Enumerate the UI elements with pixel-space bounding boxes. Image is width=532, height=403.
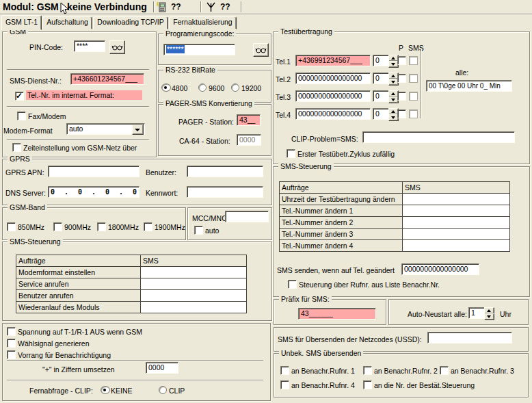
sms-cell[interactable] [141,278,247,290]
dns-octet-2[interactable]: 0 [78,187,82,196]
sms-control-left-table: Aufträge SMS Modemformat einstellen Serv… [16,255,247,313]
tel1-field[interactable]: +436991234567___ [295,55,371,66]
progcode-reveal-button[interactable] [253,43,269,57]
tel2-sms-checkbox[interactable] [409,74,418,83]
dial-tone-checkbox[interactable] [7,339,16,348]
table-row: Tel.-Nummer ändern 2 [280,217,510,229]
modem-format-combo[interactable]: auto [66,123,145,135]
tel3-count-spinner[interactable]: 0 [373,90,397,102]
dns-server-label: DNS Server: [5,189,46,197]
auto-restart-spinner[interactable]: 1 [468,307,493,319]
unknown-sms-cb3[interactable] [440,366,449,375]
combo-dropdown-button[interactable] [132,125,144,135]
sms-send-label: SMS senden, wenn auf Tel. geändert [277,266,395,274]
notify-priority-checkbox[interactable] [7,350,16,359]
band-900-checkbox[interactable] [53,222,62,231]
tel4-sms-checkbox[interactable] [409,109,418,118]
intl-format-checkbox[interactable] [15,92,24,101]
bitrate-label-4800: 4800 [172,84,187,92]
pin-code-field[interactable]: **** [74,40,105,52]
tab-downloading-tcpip[interactable]: Downloading TCP/IP [93,16,168,29]
divider [7,106,149,107]
tel4-count-spinner[interactable]: 0 [373,108,397,120]
spin-down-button[interactable] [484,313,494,320]
control-by-list-label: Steuerung über Rufnr. aus Liste Benachr.… [299,281,440,289]
tel2-field[interactable]: 0000000000000000 [295,73,371,84]
ussd-label: SMS für Übersenden der Netzcodes (USSD): [278,335,422,343]
bitrate-radio-19200[interactable] [231,83,239,92]
tab-aufschaltung[interactable]: Aufschaltung [42,16,92,29]
gprs-apn-field[interactable] [48,166,139,177]
sms-control-right-table: Aufträge SMS Uhrzeit der Testübertragung… [279,181,510,252]
phone-status-value: ?? [171,2,181,12]
pager-station-field[interactable]: 43__ [237,114,261,126]
sms-cell[interactable] [403,229,510,240]
pin-reveal-button[interactable] [109,40,125,54]
tab-gsm-lt1[interactable]: GSM LT-1 [1,15,42,30]
sms-cell[interactable] [141,302,247,313]
bitrate-radio-9600[interactable] [198,83,207,92]
clip-problem-field[interactable] [362,131,515,143]
tel3-field[interactable]: 0000000000000000 [295,90,371,102]
band-1800-checkbox[interactable] [97,222,106,231]
unknown-sms-cb4[interactable] [280,380,289,389]
gprs-password-field[interactable] [187,186,263,198]
tel1-count-spinner[interactable]: 0 [373,55,397,66]
dial-tone-label: Wählsignal generieren [18,339,89,348]
progcode-field[interactable]: ****** [163,44,235,55]
fax-modem-checkbox[interactable] [17,112,26,120]
tel2-count-spinner[interactable]: 0 [373,73,397,84]
unknown-sms-cb5[interactable] [363,380,372,389]
bitrate-radio-4800[interactable] [161,83,171,92]
bitrate-label-19200: 19200 [241,84,261,92]
random-cycle-checkbox[interactable] [287,149,295,158]
app-window: Modul: GSM - keine Verbindung ?? ?? GSM … [0,0,532,403]
sms-cell[interactable] [403,194,510,205]
auto-restart-label: Auto-Neustart alle: [408,310,467,318]
job-cell: Wiederanlauf des Moduls [16,302,141,313]
time-sync-checkbox[interactable] [12,143,21,152]
sms-send-field[interactable]: 0000000000000000 [401,263,479,275]
control-by-list-checkbox[interactable] [288,280,297,289]
plus-digits-field[interactable]: 0000 [146,362,178,374]
sms-cell[interactable] [403,240,510,252]
band-1900-checkbox[interactable] [144,222,152,231]
sms-cell[interactable] [141,290,247,302]
random-cycle-label: Erster Testübetr.Zyklus zufällig [297,150,395,158]
window-title: Modul: GSM - keine Verbindung [3,1,147,12]
tab-fernaktualisierung[interactable]: Fernaktualisierung [169,16,237,29]
ca64-station-field[interactable]: 0000 [237,134,261,146]
sms-cell[interactable] [403,217,510,229]
band-1900-label: 1900MHz [155,223,185,231]
band-850-checkbox[interactable] [7,222,16,231]
unknown-sms-cb2[interactable] [363,366,372,375]
unknown-sms-cb4-label: an Benachr.Rufnr. 4 [291,381,355,389]
tel3-p-checkbox[interactable] [397,92,406,101]
band-900-label: 900MHz [64,223,91,231]
tel3-sms-checkbox[interactable] [409,92,418,101]
tel1-p-checkbox[interactable] [397,56,406,65]
alle-field[interactable]: 00 T\0ge 00 Uhr 0_ Min [426,80,512,92]
ussd-field[interactable] [427,332,512,343]
dns-octet-1[interactable]: 0 [51,187,55,196]
divider [7,69,149,70]
remote-none-radio[interactable] [101,386,110,394]
tel4-field[interactable]: 0000000000000000 [295,108,371,120]
tel2-p-checkbox[interactable] [397,74,406,83]
tel1-sms-checkbox[interactable] [409,56,418,65]
unknown-sms-cb1[interactable] [280,366,289,375]
dns-server-field[interactable]: 0. 0. 0. 0 [48,186,139,198]
sms-service-field[interactable]: +436601234567___ [70,73,144,85]
sms-cell[interactable] [141,267,247,278]
mcc-auto-checkbox[interactable] [194,226,203,235]
mcc-mnc-field[interactable] [225,211,269,222]
voltage-off-checkbox[interactable] [7,327,16,336]
remote-clip-radio[interactable] [159,386,167,394]
sms-prefix-field[interactable]: 43______ [298,308,376,320]
dns-octet-3[interactable]: 0 [105,187,109,196]
sms-cell[interactable] [403,205,510,217]
tel4-p-checkbox[interactable] [397,109,406,118]
dns-octet-4[interactable]: 0 [133,187,137,196]
bitrate-group-title: RS-232 BitRate [163,66,217,74]
gprs-user-field[interactable] [187,166,263,177]
